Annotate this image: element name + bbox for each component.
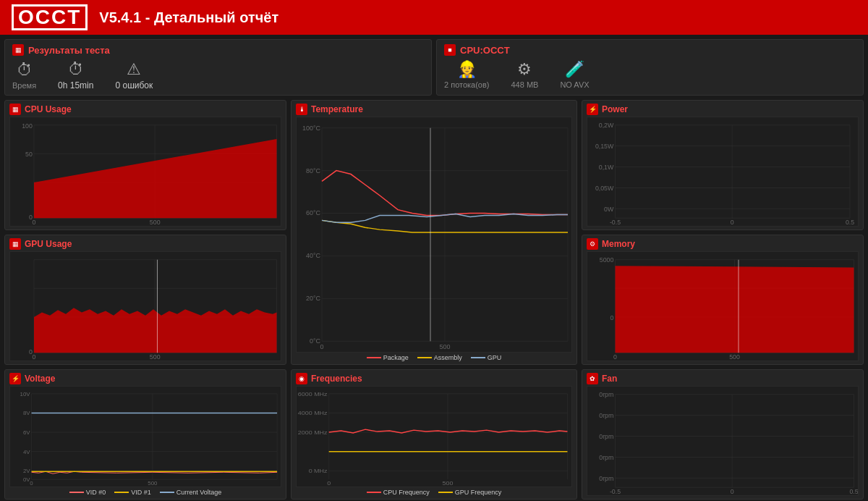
- svg-marker-12: [34, 139, 277, 218]
- svg-text:4V: 4V: [23, 449, 30, 455]
- svg-text:0: 0: [327, 480, 331, 487]
- svg-text:0rpm: 0rpm: [599, 391, 613, 398]
- frequencies-card: ◉ Frequencies 6000 MHz 4000 MHz 2000 MHz: [291, 369, 577, 500]
- svg-text:0,1W: 0,1W: [599, 164, 614, 171]
- memory-item: ⚙ 448 MB: [511, 60, 539, 89]
- time-label: Время: [12, 81, 36, 90]
- app-title: V5.4.1 - Детальный отчёт: [99, 9, 278, 26]
- freq-title: Frequencies: [311, 374, 362, 384]
- svg-text:500: 500: [443, 480, 454, 487]
- memory-label: 448 MB: [511, 80, 539, 89]
- svg-text:-0.5: -0.5: [610, 488, 621, 495]
- gpu-usage-chart: 0 0 500: [9, 251, 281, 361]
- voltage-icon: ⚡: [9, 373, 21, 384]
- svg-text:0,15W: 0,15W: [595, 143, 614, 150]
- charts-grid: ▦ CPU Usage 100 50 0: [4, 100, 864, 500]
- temp-icon: 🌡: [296, 104, 307, 115]
- svg-text:6V: 6V: [23, 429, 30, 436]
- svg-text:0: 0: [731, 219, 734, 226]
- legend-package: Package: [367, 354, 409, 361]
- time-icon: ⏱: [17, 61, 33, 80]
- svg-text:0rpm: 0rpm: [599, 454, 613, 461]
- freq-chart: 6000 MHz 4000 MHz 2000 MHz 0 MHz 0 500: [296, 386, 572, 487]
- temp-title: Temperature: [311, 104, 363, 114]
- svg-text:0°C: 0°C: [310, 337, 321, 345]
- svg-text:2000 MHz: 2000 MHz: [298, 429, 328, 436]
- fan-title: Fan: [602, 374, 617, 384]
- avx-item: 🧪 NO AVX: [560, 60, 589, 89]
- results-items: ⏱ Время ⏱ 0h 15min ⚠ 0 ошибок: [12, 60, 424, 90]
- svg-text:0rpm: 0rpm: [599, 412, 613, 419]
- freq-icon: ◉: [296, 373, 307, 384]
- svg-marker-58: [34, 308, 277, 353]
- avx-icon: 🧪: [565, 60, 584, 79]
- results-panel-header: ▦ Результаты теста: [12, 44, 424, 56]
- gpu-usage-icon: ▦: [9, 238, 21, 250]
- temp-header: 🌡 Temperature: [296, 104, 572, 115]
- errors-value: 0 ошибок: [115, 80, 153, 90]
- svg-text:500: 500: [150, 353, 161, 361]
- gpu-usage-header: ▦ GPU Usage: [9, 238, 281, 250]
- freq-legend: CPU Frequency GPU Frequency: [296, 489, 572, 496]
- power-icon: ⚡: [587, 104, 598, 115]
- svg-text:6000 MHz: 6000 MHz: [298, 390, 328, 397]
- svg-text:40°C: 40°C: [306, 252, 321, 259]
- app-logo: OCCT: [12, 4, 88, 31]
- svg-marker-71: [616, 266, 854, 353]
- duration-item: ⏱ 0h 15min: [58, 60, 93, 90]
- power-header: ⚡ Power: [587, 104, 859, 115]
- duration-value: 0h 15min: [58, 80, 93, 90]
- voltage-chart: 10V 8V 6V 4V 2V 0V 0 500: [9, 386, 281, 487]
- legend-current-voltage: Current Voltage: [160, 489, 222, 496]
- threads-label: 2 потока(ов): [444, 80, 490, 89]
- voltage-card: ⚡ Voltage 10V 8V 6V 4V: [4, 369, 286, 500]
- cpu-title: CPU:OCCT: [460, 45, 510, 56]
- duration-icon: ⏱: [68, 60, 84, 79]
- fan-card: ✿ Fan 0rpm 0rpm 0rpm 0rpm: [582, 369, 864, 500]
- cpu-panel-header: ■ CPU:OCCT: [444, 44, 856, 56]
- svg-text:0: 0: [30, 480, 33, 487]
- power-chart: 0,2W 0,15W 0,1W 0,05W 0W -0.5 0 0.5: [587, 117, 859, 227]
- svg-text:0 MHz: 0 MHz: [309, 468, 328, 474]
- legend-vid0: VID #0: [69, 489, 106, 496]
- svg-text:0: 0: [33, 353, 36, 361]
- svg-text:0,05W: 0,05W: [595, 185, 614, 192]
- svg-text:100: 100: [22, 122, 33, 130]
- cpu-usage-title: CPU Usage: [25, 104, 72, 114]
- fan-chart: 0rpm 0rpm 0rpm 0rpm 0rpm -0.5 0 0.5: [587, 386, 859, 496]
- svg-text:50: 50: [25, 151, 33, 158]
- svg-text:0.5: 0.5: [849, 488, 858, 495]
- info-bar: ▦ Результаты теста ⏱ Время ⏱ 0h 15min ⚠ …: [4, 39, 864, 96]
- legend-vid1: VID #1: [114, 489, 151, 496]
- avx-label: NO AVX: [560, 80, 589, 89]
- svg-text:80°C: 80°C: [306, 167, 321, 174]
- freq-header: ◉ Frequencies: [296, 373, 572, 384]
- cpu-usage-icon: ▦: [9, 104, 21, 115]
- svg-text:8V: 8V: [23, 410, 30, 416]
- svg-text:0: 0: [610, 314, 613, 321]
- temp-chart: 100°C 80°C 60°C 40°C 20°C 0°C 0 500: [296, 117, 572, 353]
- svg-text:100°C: 100°C: [302, 125, 321, 132]
- main-content: ▦ Результаты теста ⏱ Время ⏱ 0h 15min ⚠ …: [0, 35, 868, 501]
- time-item: ⏱ Время: [12, 61, 36, 90]
- results-panel: ▦ Результаты теста ⏱ Время ⏱ 0h 15min ⚠ …: [4, 39, 432, 96]
- voltage-header: ⚡ Voltage: [9, 373, 281, 384]
- cpu-panel: ■ CPU:OCCT 👷 2 потока(ов) ⚙ 448 MB 🧪 NO …: [436, 39, 864, 96]
- cpu-items: 👷 2 потока(ов) ⚙ 448 MB 🧪 NO AVX: [444, 60, 856, 89]
- memory-chart: 5000 0 0 500: [587, 251, 859, 361]
- svg-text:0: 0: [33, 219, 36, 226]
- threads-icon: 👷: [457, 60, 477, 79]
- errors-icon: ⚠: [127, 60, 141, 79]
- svg-text:0rpm: 0rpm: [599, 475, 613, 482]
- svg-text:0.5: 0.5: [846, 219, 854, 226]
- voltage-title: Voltage: [25, 374, 55, 384]
- legend-gpu: GPU: [471, 354, 502, 361]
- cpu-usage-header: ▦ CPU Usage: [9, 104, 281, 115]
- svg-text:0,2W: 0,2W: [599, 122, 614, 129]
- memory-card: ⚙ Memory 5000 0 0 500: [582, 235, 864, 365]
- memory-icon: ⚙: [587, 238, 598, 250]
- svg-text:500: 500: [439, 343, 450, 350]
- legend-assembly: Assembly: [417, 354, 462, 361]
- memory-header: ⚙ Memory: [587, 238, 859, 250]
- fan-icon: ✿: [587, 373, 598, 384]
